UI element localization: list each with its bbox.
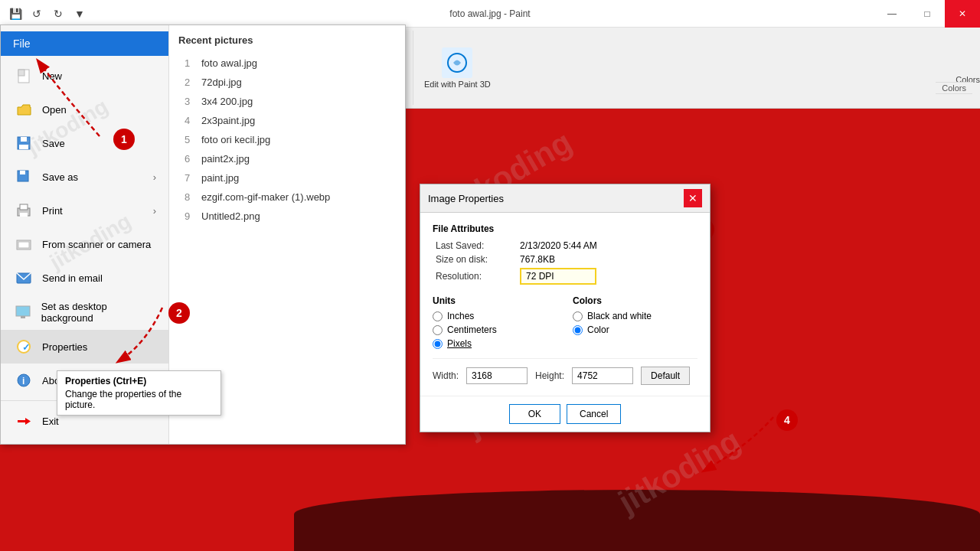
about-icon: i	[13, 370, 34, 391]
desktop-icon	[13, 302, 34, 323]
svg-rect-8	[19, 145, 28, 149]
units-label: Units	[433, 295, 557, 306]
svg-rect-15	[18, 242, 29, 248]
last-saved-label: Last Saved:	[433, 239, 517, 253]
step-1-circle: 1	[113, 129, 135, 150]
recent-item-8[interactable]: 8 ezgif.com-gif-maker (1).webp	[178, 187, 396, 207]
menu-item-save[interactable]: Save	[1, 126, 168, 160]
menu-item-new[interactable]: New	[1, 59, 168, 93]
save-icon	[13, 132, 34, 154]
menu-item-scanner[interactable]: From scanner or camera	[1, 227, 168, 261]
units-group: Units Inches Centimeters Pixels	[433, 295, 557, 349]
save-quick-btn[interactable]: 💾	[6, 5, 24, 23]
tooltip-title: Properties (Ctrl+E)	[65, 376, 213, 386]
inches-radio-label[interactable]: Inches	[433, 311, 557, 321]
last-saved-value: 2/13/2020 5:44 AM	[517, 239, 697, 253]
dialog-titlebar: Image Properties ✕	[420, 184, 710, 213]
dialog-body: File Attributes Last Saved: 2/13/2020 5:…	[420, 213, 710, 396]
dialog-title: Image Properties	[428, 193, 504, 204]
bw-radio-label[interactable]: Black and white	[573, 311, 697, 321]
tooltip-desc: Change the properties of the picture.	[65, 389, 213, 410]
quick-access-dropdown[interactable]: ▼	[70, 5, 89, 23]
menu-item-email[interactable]: Send in email	[1, 261, 168, 295]
pixels-radio[interactable]	[433, 339, 443, 349]
height-input[interactable]	[572, 367, 633, 384]
undo-btn[interactable]: ↺	[28, 5, 46, 23]
window-title: foto awal.jpg - Paint	[449, 8, 530, 19]
new-icon	[13, 65, 34, 86]
window-controls: — □ ✕	[874, 0, 980, 28]
centimeters-text: Centimeters	[447, 324, 497, 335]
close-btn[interactable]: ✕	[945, 0, 980, 28]
properties-tooltip: Properties (Ctrl+E) Change the propertie…	[57, 370, 221, 416]
svg-rect-7	[21, 137, 27, 142]
file-attrs-table: Last Saved: 2/13/2020 5:44 AM Size on di…	[433, 239, 697, 286]
file-attributes-title: File Attributes	[433, 223, 697, 234]
dialog-footer: OK Cancel	[420, 396, 710, 432]
svg-text:i: i	[22, 376, 24, 386]
paint3d-btn-group: Edit with Paint 3D	[413, 31, 501, 105]
print-icon	[13, 200, 34, 221]
paint3d-btn[interactable]: Edit with Paint 3D	[421, 44, 494, 92]
print-arrow: ›	[153, 205, 156, 217]
colors-group: Colors Black and white Color	[573, 295, 697, 349]
file-attributes-section: File Attributes Last Saved: 2/13/2020 5:…	[433, 223, 697, 286]
inches-text: Inches	[447, 311, 474, 321]
recent-title: Recent pictures	[178, 34, 396, 46]
svg-marker-24	[25, 418, 31, 425]
ok-btn[interactable]: OK	[509, 404, 560, 424]
height-label: Height:	[535, 370, 564, 381]
maximize-btn[interactable]: □	[910, 0, 945, 28]
menu-item-saveas[interactable]: Save as ›	[1, 160, 168, 194]
svg-text:✓: ✓	[22, 342, 30, 353]
recent-item-7[interactable]: 7 paint.jpg	[178, 168, 396, 187]
resolution-label: Resolution:	[433, 266, 517, 286]
saveas-icon	[13, 166, 34, 187]
color-radio-label[interactable]: Color	[573, 324, 697, 335]
menu-item-open[interactable]: Open	[1, 93, 168, 126]
recent-item-5[interactable]: 5 foto ori kecil.jpg	[178, 130, 396, 149]
recent-item-2[interactable]: 2 72dpi.jpg	[178, 73, 396, 92]
scanner-icon	[13, 233, 34, 255]
svg-rect-10	[20, 171, 25, 174]
svg-rect-18	[21, 316, 25, 318]
colors-radio-group: Black and white Color	[573, 311, 697, 335]
width-input[interactable]	[466, 367, 528, 384]
color-radio[interactable]	[573, 325, 583, 335]
dialog-close-btn[interactable]: ✕	[684, 189, 702, 207]
menu-item-properties[interactable]: ✓ Properties	[1, 330, 168, 364]
recent-item-1[interactable]: 1 foto awal.jpg	[178, 54, 396, 73]
svg-rect-13	[20, 213, 28, 217]
size-label: Size on disk:	[433, 253, 517, 266]
default-btn[interactable]: Default	[641, 367, 690, 385]
svg-rect-5	[18, 70, 24, 76]
colors-ribbon-label: Colors	[936, 82, 972, 94]
svg-rect-17	[16, 306, 30, 316]
recent-item-9[interactable]: 9 Untitled2.png	[178, 207, 396, 226]
centimeters-radio[interactable]	[433, 325, 443, 335]
resolution-row: Resolution:	[433, 266, 697, 286]
open-icon	[13, 99, 34, 120]
centimeters-radio-label[interactable]: Centimeters	[433, 324, 557, 335]
exit-icon	[13, 410, 34, 432]
svg-rect-12	[20, 204, 28, 210]
cancel-btn[interactable]: Cancel	[567, 404, 621, 424]
recent-item-6[interactable]: 6 paint2x.jpg	[178, 149, 396, 168]
pixels-text: Pixels	[447, 338, 472, 349]
resolution-input[interactable]	[520, 268, 596, 285]
redo-btn[interactable]: ↻	[49, 5, 67, 23]
menu-item-print[interactable]: Print ›	[1, 194, 168, 227]
inches-radio[interactable]	[433, 311, 443, 321]
menu-file-label: File	[1, 31, 168, 56]
paint3d-icon	[442, 47, 472, 78]
menu-item-desktop[interactable]: Set as desktop background	[1, 295, 168, 330]
email-icon	[13, 267, 34, 289]
image-properties-dialog: Image Properties ✕ File Attributes Last …	[420, 184, 710, 432]
recent-item-4[interactable]: 4 2x3paint.jpg	[178, 111, 396, 130]
pixels-radio-label[interactable]: Pixels	[433, 338, 557, 349]
bw-radio[interactable]	[573, 311, 583, 321]
properties-icon: ✓	[13, 336, 34, 357]
recent-item-3[interactable]: 3 3x4 200.jpg	[178, 92, 396, 111]
width-label: Width:	[433, 370, 459, 381]
minimize-btn[interactable]: —	[874, 0, 910, 28]
